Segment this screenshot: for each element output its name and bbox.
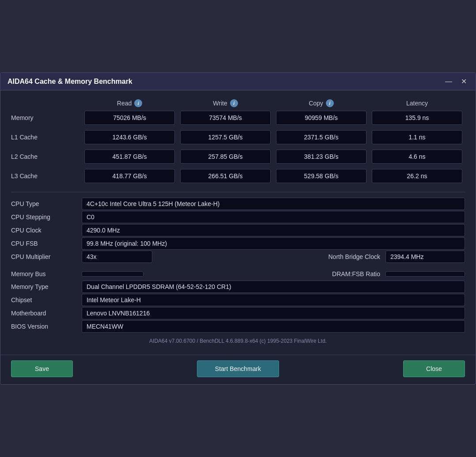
cpu-type-label: CPU Type xyxy=(11,198,82,210)
l3cache-row: L3 Cache 418.77 GB/s 266.51 GB/s 529.58 … xyxy=(11,169,465,183)
l2-copy-value: 381.23 GB/s xyxy=(276,150,366,164)
cpu-multiplier-value: 43x xyxy=(82,251,152,263)
l1cache-row: L1 Cache 1243.6 GB/s 1257.5 GB/s 2371.5 … xyxy=(11,130,465,144)
memory-type-row: Memory Type Dual Channel LPDDR5 SDRAM (6… xyxy=(11,281,465,293)
chipset-row: Chipset Intel Meteor Lake-H xyxy=(11,294,465,306)
content-area: Read i Write i Copy i Latency Memory xyxy=(0,90,476,355)
l2-read-cell: 451.87 GB/s xyxy=(82,150,178,164)
l3-write-cell: 266.51 GB/s xyxy=(178,169,273,183)
memory-bus-value xyxy=(82,271,144,277)
l2-latency-cell: 4.6 ns xyxy=(369,150,465,164)
memory-write-value: 73574 MB/s xyxy=(180,111,271,125)
memory-bus-label: Memory Bus xyxy=(11,268,82,280)
memory-row: Memory 75026 MB/s 73574 MB/s 90959 MB/s … xyxy=(11,111,465,125)
l3-read-cell: 418.77 GB/s xyxy=(82,169,178,183)
l3-write-value: 266.51 GB/s xyxy=(180,169,271,183)
l3-latency-cell: 26.2 ns xyxy=(369,169,465,183)
latency-column-header: Latency xyxy=(369,100,465,107)
north-bridge-value: 2394.4 MHz xyxy=(385,251,465,263)
divider-1 xyxy=(11,192,465,192)
chipset-label: Chipset xyxy=(11,294,82,306)
cpu-info-section: CPU Type 4C+10c Intel Core Ultra 5 125H … xyxy=(11,198,465,333)
motherboard-value: Lenovo LNVNB161216 xyxy=(82,307,465,319)
benchmark-table: Read i Write i Copy i Latency Memory xyxy=(11,99,465,183)
l3-latency-value: 26.2 ns xyxy=(372,169,462,183)
l2-latency-value: 4.6 ns xyxy=(372,150,462,164)
memory-bus-row: Memory Bus DRAM:FSB Ratio xyxy=(11,268,465,280)
read-info-icon[interactable]: i xyxy=(134,99,142,107)
memory-write-cell: 73574 MB/s xyxy=(178,111,273,125)
cpu-clock-label: CPU Clock xyxy=(11,224,82,236)
l2-copy-cell: 381.23 GB/s xyxy=(273,150,369,164)
motherboard-label: Motherboard xyxy=(11,307,82,319)
title-bar: AIDA64 Cache & Memory Benchmark — ✕ xyxy=(0,73,476,90)
l1-copy-value: 2371.5 GB/s xyxy=(276,130,366,144)
cpu-stepping-label: CPU Stepping xyxy=(11,211,82,223)
memory-read-value: 75026 MB/s xyxy=(84,111,175,125)
motherboard-row: Motherboard Lenovo LNVNB161216 xyxy=(11,307,465,319)
write-column-header: Write i xyxy=(178,99,273,107)
l1-latency-cell: 1.1 ns xyxy=(369,130,465,144)
bios-label: BIOS Version xyxy=(11,320,82,333)
memory-copy-value: 90959 MB/s xyxy=(276,111,366,125)
cpu-type-value: 4C+10c Intel Core Ultra 5 125H (Meteor L… xyxy=(82,198,465,210)
l1-latency-value: 1.1 ns xyxy=(372,130,462,144)
north-bridge-label: North Bridge Clock xyxy=(152,253,385,260)
save-button[interactable]: Save xyxy=(11,360,73,377)
window-title: AIDA64 Cache & Memory Benchmark xyxy=(8,78,132,86)
memory-latency-cell: 135.9 ns xyxy=(369,111,465,125)
close-window-button[interactable]: ✕ xyxy=(459,77,468,86)
main-window: AIDA64 Cache & Memory Benchmark — ✕ Read… xyxy=(0,72,476,385)
cpu-stepping-value: C0 xyxy=(82,211,465,223)
l2-write-cell: 257.85 GB/s xyxy=(178,150,273,164)
chipset-value: Intel Meteor Lake-H xyxy=(82,294,465,306)
memory-copy-cell: 90959 MB/s xyxy=(273,111,369,125)
cpu-stepping-row: CPU Stepping C0 xyxy=(11,211,465,223)
l3-read-value: 418.77 GB/s xyxy=(84,169,175,183)
memory-latency-value: 135.9 ns xyxy=(372,111,462,125)
l3-copy-cell: 529.58 GB/s xyxy=(273,169,369,183)
cpu-type-row: CPU Type 4C+10c Intel Core Ultra 5 125H … xyxy=(11,198,465,210)
start-benchmark-button[interactable]: Start Benchmark xyxy=(197,360,279,377)
copy-column-header: Copy i xyxy=(273,99,369,107)
cpu-fsb-label: CPU FSB xyxy=(11,237,82,250)
l2-write-value: 257.85 GB/s xyxy=(180,150,271,164)
l1-read-value: 1243.6 GB/s xyxy=(84,130,175,144)
memory-type-label: Memory Type xyxy=(11,281,82,293)
footer-text: AIDA64 v7.00.6700 / BenchDLL 4.6.889.8-x… xyxy=(11,333,465,346)
l3-copy-value: 529.58 GB/s xyxy=(276,169,366,183)
cpu-multiplier-row: CPU Multiplier 43x North Bridge Clock 23… xyxy=(11,251,465,263)
bios-value: MECN41WW xyxy=(82,320,465,333)
cpu-clock-row: CPU Clock 4290.0 MHz xyxy=(11,224,465,236)
cpu-multiplier-label: CPU Multiplier xyxy=(11,251,82,262)
copy-info-icon[interactable]: i xyxy=(326,99,334,107)
l2cache-row: L2 Cache 451.87 GB/s 257.85 GB/s 381.23 … xyxy=(11,150,465,164)
dram-fsb-value xyxy=(385,271,465,277)
close-button[interactable]: Close xyxy=(403,360,465,377)
cpu-clock-value: 4290.0 MHz xyxy=(82,224,465,236)
read-column-header: Read i xyxy=(82,99,178,107)
cpu-fsb-row: CPU FSB 99.8 MHz (original: 100 MHz) xyxy=(11,237,465,250)
memory-read-cell: 75026 MB/s xyxy=(82,111,178,125)
l2-read-value: 451.87 GB/s xyxy=(84,150,175,164)
title-bar-controls: — ✕ xyxy=(443,77,468,86)
l1-copy-cell: 2371.5 GB/s xyxy=(273,130,369,144)
l1-read-cell: 1243.6 GB/s xyxy=(82,130,178,144)
write-info-icon[interactable]: i xyxy=(230,99,238,107)
l1-write-cell: 1257.5 GB/s xyxy=(178,130,273,144)
dram-fsb-label: DRAM:FSB Ratio xyxy=(144,270,385,277)
memory-type-value: Dual Channel LPDDR5 SDRAM (64-52-52-120 … xyxy=(82,281,465,293)
cpu-fsb-value: 99.8 MHz (original: 100 MHz) xyxy=(82,237,465,250)
bios-row: BIOS Version MECN41WW xyxy=(11,320,465,333)
bench-header-row: Read i Write i Copy i Latency xyxy=(11,99,465,107)
l1-write-value: 1257.5 GB/s xyxy=(180,130,271,144)
button-bar: Save Start Benchmark Close xyxy=(0,355,476,384)
minimize-button[interactable]: — xyxy=(443,77,454,86)
